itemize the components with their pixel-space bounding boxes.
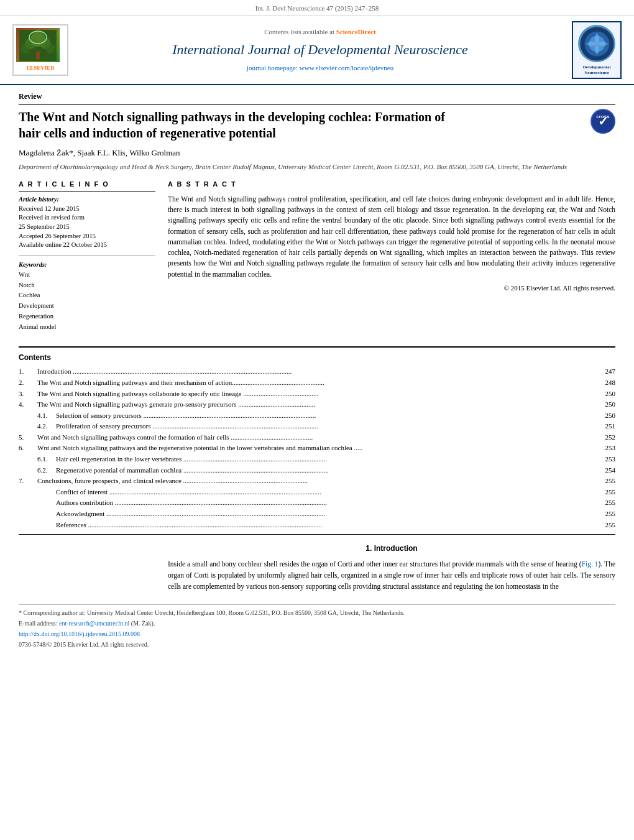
toc-num-authors	[37, 497, 56, 509]
email-label: E-mail address:	[19, 620, 59, 627]
toc-page-4-2: 251	[597, 421, 615, 432]
copyright-text: © 2015 Elsevier Ltd. All rights reserved…	[168, 284, 615, 293]
toc-text-6-1: Hair cell regeneration in the lower vert…	[56, 454, 597, 465]
history-label: Article history:	[19, 195, 155, 205]
toc-page-4: 250	[597, 399, 615, 410]
elsevier-tree-image	[16, 28, 60, 62]
toc-page-5: 252	[597, 432, 615, 443]
journal-homepage: journal homepage: www.elsevier.com/locat…	[75, 63, 566, 73]
toc-item-6-2: 6.2. Regenerative potential of mammalian…	[19, 465, 615, 476]
toc-num-4-2: 4.2.	[37, 421, 56, 432]
email-footnote: E-mail address: ent-research@umcutrecht.…	[19, 619, 615, 628]
corresponding-footnote: * Corresponding author at: University Me…	[19, 609, 615, 617]
dev-neuroscience-label: DevelopmentalNeuroscience	[576, 65, 618, 75]
toc-text-refs: References .............................…	[56, 520, 597, 531]
svg-rect-6	[36, 52, 40, 59]
revised-date: 25 September 2015	[19, 223, 155, 232]
received-date: Received 12 June 2015	[19, 205, 155, 214]
toc-num-3: 3.	[19, 389, 37, 400]
toc-page-authors: 255	[597, 497, 615, 509]
revised-label: Received in revised form	[19, 213, 155, 223]
info-divider	[19, 255, 155, 256]
journal-center: Contents lists available at ScienceDirec…	[68, 27, 572, 73]
toc-num-4-1: 4.1.	[37, 410, 56, 422]
footnotes-area: * Corresponding author at: University Me…	[19, 604, 615, 649]
toc-page-ack: 255	[597, 509, 615, 520]
doi-line: http://dx.doi.org/10.1016/j.ijdevneu.201…	[19, 630, 615, 639]
article-title: The Wnt and Notch signalling pathways in…	[19, 109, 466, 141]
toc-page-1: 247	[597, 366, 615, 377]
email-link[interactable]: ent-research@umcutrecht.nl	[59, 620, 129, 627]
toc-item-2: 2. The Wnt and Notch signalling pathways…	[19, 377, 615, 389]
fig1-link[interactable]: Fig. 1	[582, 560, 599, 568]
issn-line: 0736-5748/© 2015 Elsevier Ltd. All right…	[19, 640, 615, 649]
authors-text: Magdalena Żak*, Sjaak F.L. Klis, Wilko G…	[19, 148, 180, 157]
toc-text-ack: Acknowledgment .........................…	[56, 509, 597, 520]
toc-page-6: 253	[597, 443, 615, 454]
toc-num-ack	[37, 509, 56, 520]
toc-item-3: 3. The Wnt and Notch signalling pathways…	[19, 389, 615, 400]
authors-line: Magdalena Żak*, Sjaak F.L. Klis, Wilko G…	[19, 147, 615, 159]
toc-text-7: Conclusions, future prospects, and clini…	[37, 476, 597, 487]
sciencedirect-label: ScienceDirect	[336, 28, 376, 35]
toc-num-5: 5.	[19, 432, 37, 443]
abstract-column: A B S T R A C T The Wnt and Notch signal…	[168, 180, 615, 338]
homepage-url: www.elsevier.com/locate/ijdevneu	[300, 64, 393, 72]
toc-item-6: 6. Wnt and Notch signalling pathways and…	[19, 443, 615, 454]
keywords-group: Keywords: Wnt Notch Cochlea Development …	[19, 261, 155, 332]
toc-num-conflict	[37, 487, 56, 498]
contents-text: Contents lists available at	[264, 28, 334, 35]
dev-neuroscience-logo-image	[578, 25, 615, 62]
toc-item-5: 5. Wnt and Notch signalling pathways con…	[19, 432, 615, 443]
toc-item-conflict: Conflict of interest ...................…	[19, 487, 615, 498]
toc-item-authors: Authors contribution ...................…	[19, 497, 615, 509]
doi-link[interactable]: http://dx.doi.org/10.1016/j.ijdevneu.201…	[19, 630, 140, 637]
toc-page-6-2: 254	[597, 465, 615, 476]
toc-num-2: 2.	[19, 377, 37, 389]
toc-num-6-2: 6.2.	[37, 465, 56, 476]
keywords-list: Wnt Notch Cochlea Development Regenerati…	[19, 270, 155, 333]
top-citation-bar: Int. J. Devl Neuroscience 47 (2015) 247–…	[0, 0, 634, 16]
toc-num-1: 1.	[19, 366, 37, 377]
keyword-animal-model: Animal model	[19, 322, 155, 333]
toc-text-4-2: Proliferation of sensory precursors ....…	[56, 421, 597, 432]
toc-text-6-2: Regenerative potential of mammalian coch…	[56, 465, 597, 476]
crossmark-icon: ✓ cross	[590, 109, 615, 134]
citation-text: Int. J. Devl Neuroscience 47 (2015) 247–…	[255, 4, 379, 12]
article-type-label: Review	[19, 91, 615, 105]
toc-item-ack: Acknowledgment .........................…	[19, 509, 615, 520]
toc-text-5: Wnt and Notch signalling pathways contro…	[37, 432, 597, 443]
keyword-regeneration: Regeneration	[19, 312, 155, 322]
toc-page-refs: 255	[597, 520, 615, 531]
intro-section-header: 1. Introduction	[168, 543, 615, 554]
toc-num-6-1: 6.1.	[37, 454, 56, 465]
keyword-wnt: Wnt	[19, 270, 155, 280]
article-body: Review The Wnt and Notch signalling path…	[0, 85, 634, 657]
toc-item-4-1: 4.1. Selection of sensory precursors ...…	[19, 410, 615, 422]
crossmark-logo[interactable]: ✓ cross	[590, 109, 615, 134]
toc-text-6: Wnt and Notch signalling pathways and th…	[37, 443, 597, 454]
toc-text-conflict: Conflict of interest ...................…	[56, 487, 597, 498]
keyword-cochlea: Cochlea	[19, 290, 155, 301]
journal-logo-right: DevelopmentalNeuroscience	[572, 21, 622, 79]
toc-text-authors: Authors contribution ...................…	[56, 497, 597, 509]
toc-page-4-1: 250	[597, 410, 615, 422]
intro-left-col	[19, 543, 155, 592]
article-info-abstract-area: A R T I C L E I N F O Article history: R…	[19, 180, 615, 338]
svg-text:cross: cross	[596, 114, 610, 119]
toc-text-4: The Wnt and Notch signalling pathways ge…	[37, 399, 597, 410]
intro-section-title: Introduction	[374, 544, 418, 553]
sciencedirect-link: Contents lists available at ScienceDirec…	[75, 27, 566, 37]
toc-num-6: 6.	[19, 443, 37, 454]
email-name: (M. Żak).	[131, 620, 155, 627]
toc-page-7: 255	[597, 476, 615, 487]
toc-item-1: 1. Introduction ........................…	[19, 366, 615, 377]
toc-text-4-1: Selection of sensory precursors ........…	[56, 410, 597, 422]
toc-num-7: 7.	[19, 476, 37, 487]
toc-item-4: 4. The Wnt and Notch signalling pathways…	[19, 399, 615, 410]
intro-text-body: Inside a small and bony cochlear shell r…	[168, 559, 615, 592]
toc-item-6-1: 6.1. Hair cell regeneration in the lower…	[19, 454, 615, 465]
abstract-text: The Wnt and Notch signalling pathways co…	[168, 194, 615, 280]
toc-text-2: The Wnt and Notch signalling pathways an…	[37, 377, 597, 389]
homepage-label: journal homepage:	[247, 64, 298, 72]
